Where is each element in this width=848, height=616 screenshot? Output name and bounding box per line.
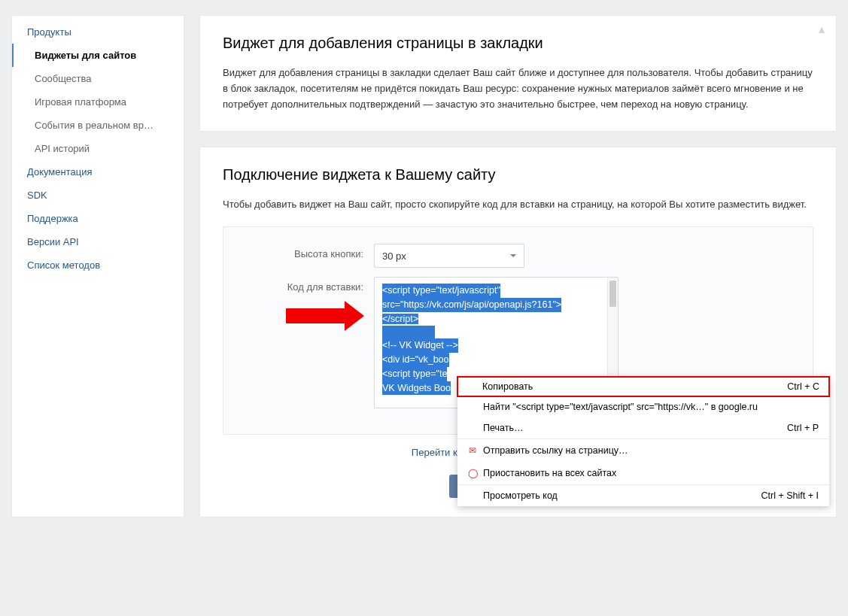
side-link-versions[interactable]: Версии API [12,230,184,253]
height-label: Высота кнопки: [246,244,374,259]
side-link-communities[interactable]: Сообщества [12,67,184,90]
ctx-print[interactable]: Печать… Ctrl + P [457,417,829,438]
card-connect-body: Чтобы добавить виджет на Ваш сайт, прост… [223,197,813,213]
side-link-docs[interactable]: Документация [12,160,184,184]
code-line-5: <!-- VK Widget --> [382,338,458,353]
ctx-copy-label: Копировать [482,381,533,392]
side-link-support[interactable]: Поддержка [12,207,184,230]
annotation-arrow [286,301,369,331]
ctx-inspect[interactable]: Просмотреть код Ctrl + Shift + I [457,484,829,506]
ctx-send-link[interactable]: ✉ Отправить ссылку на страницу… [457,438,829,462]
side-link-stories[interactable]: API историй [12,137,184,160]
side-link-products[interactable]: Продукты [12,20,184,44]
ctx-find-label: Найти "<script type="text/javascript" sr… [483,402,758,412]
card-connect-title: Подключение виджета к Вашему сайту [223,166,813,184]
card-intro: ▲ Виджет для добавления страницы в закла… [199,15,837,132]
sidebar: Продукты Виджеты для сайтов Сообщества И… [11,15,184,517]
side-link-gaming[interactable]: Игровая платформа [12,90,184,114]
ctx-print-shortcut: Ctrl + P [787,423,819,433]
card-intro-title: Виджет для добавления страницы в закладк… [223,35,813,52]
ctx-copy-shortcut: Ctrl + C [787,381,819,392]
mail-icon: ✉ [467,445,479,457]
ctx-copy[interactable]: Копировать Ctrl + C [457,376,830,397]
code-line-6: <div id="vk_boo [382,353,449,367]
code-line-8: VK Widgets Boo [382,381,451,396]
ctx-inspect-label: Просмотреть код [483,490,558,501]
ctx-find[interactable]: Найти "<script type="text/javascript" sr… [457,396,829,417]
height-select[interactable]: 30 px [374,244,524,268]
ctx-print-label: Печать… [483,423,523,433]
opera-icon: ◯ [467,467,479,479]
code-line-3: </script> [382,314,418,324]
side-link-widgets[interactable]: Виджеты для сайтов [12,44,184,67]
side-link-realtime[interactable]: События в реальном вр… [12,114,184,137]
side-link-sdk[interactable]: SDK [12,184,184,207]
code-line-7: <script type="te [382,367,447,381]
chevron-down-icon [510,254,516,257]
card-intro-body: Виджет для добавления страницы в закладк… [223,65,813,112]
ctx-pause-label: Приостановить на всех сайтах [483,468,616,478]
context-menu: Копировать Ctrl + C Найти "<script type=… [457,377,829,506]
code-line-1: <script type="text/javascript" [382,284,500,298]
code-label: Код для вставки: [246,277,374,293]
ctx-inspect-shortcut: Ctrl + Shift + I [761,490,819,501]
code-line-2: src="https://vk.com/js/api/openapi.js?16… [382,298,561,312]
ctx-pause[interactable]: ◯ Приостановить на всех сайтах [457,462,829,484]
height-value: 30 px [382,250,406,262]
ctx-send-label: Отправить ссылку на страницу… [483,445,628,456]
warning-icon: ▲ [816,23,827,35]
side-link-methods[interactable]: Список методов [12,253,184,277]
